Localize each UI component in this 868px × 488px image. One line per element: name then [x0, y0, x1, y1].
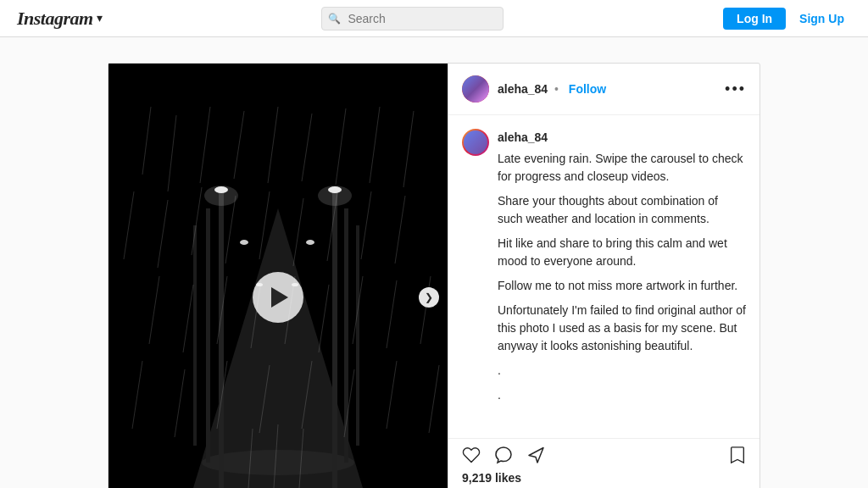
header-nav: Log In Sign Up: [723, 8, 851, 30]
main-content: ❯ aleha_84 • Follow: [38, 37, 831, 488]
caption-row: aleha_84 Late evening rain. Swipe the ca…: [462, 129, 746, 411]
action-icons-row: [462, 446, 746, 464]
svg-point-12: [318, 186, 352, 206]
caption-dot-1: .: [498, 362, 746, 380]
bookmark-button[interactable]: [729, 446, 746, 464]
svg-point-13: [240, 240, 248, 245]
username-link[interactable]: aleha_84: [498, 82, 548, 96]
header: Instagram ▾ 🔍 Log In Sign Up: [0, 0, 868, 37]
separator: •: [554, 82, 559, 96]
search-container: 🔍: [321, 7, 504, 30]
search-icon: 🔍: [328, 13, 341, 25]
caption-para-5: Unfortunately I'm failed to find origina…: [498, 302, 746, 355]
svg-point-11: [204, 186, 238, 206]
comment-button[interactable]: [494, 446, 513, 464]
like-button[interactable]: [462, 446, 481, 464]
caption-username[interactable]: aleha_84: [498, 130, 548, 144]
svg-rect-3: [219, 191, 224, 488]
play-icon: [271, 287, 288, 308]
follow-button[interactable]: Follow: [569, 82, 606, 96]
caption-para-2: Share your thoughts about combination of…: [498, 192, 746, 228]
svg-rect-4: [206, 208, 210, 463]
svg-rect-6: [332, 191, 337, 488]
caption-para-3: Hit like and share to bring this calm an…: [498, 235, 746, 270]
login-button[interactable]: Log In: [723, 8, 786, 30]
post-comments: aleha_84 Late evening rain. Swipe the ca…: [448, 115, 760, 438]
post-user: aleha_84 • Follow: [462, 75, 606, 103]
avatar-image: [462, 75, 489, 103]
heart-icon: [462, 446, 481, 464]
comment-icon: [494, 446, 513, 464]
caption-text: aleha_84 Late evening rain. Swipe the ca…: [498, 129, 746, 411]
play-button[interactable]: [253, 272, 303, 323]
caption-para-1: Late evening rain. Swipe the carousel to…: [498, 150, 746, 186]
chevron-right-icon: ❯: [425, 291, 433, 303]
logo-arrow: ▾: [97, 11, 103, 25]
caption-avatar: [462, 129, 489, 156]
svg-point-14: [306, 240, 314, 245]
logo[interactable]: Instagram ▾: [17, 8, 103, 30]
avatar[interactable]: [462, 75, 489, 103]
share-button[interactable]: [526, 446, 545, 464]
post-header: aleha_84 • Follow •••: [448, 64, 760, 115]
logo-text: Instagram: [17, 8, 93, 30]
caption-para-4: Follow me to not miss more artwork in fu…: [498, 277, 746, 295]
svg-point-2: [202, 450, 354, 475]
more-options-button[interactable]: •••: [725, 81, 746, 97]
caption-avatar-image: [464, 130, 487, 154]
post-image-section: ❯: [108, 64, 448, 488]
svg-rect-5: [193, 225, 197, 446]
search-input[interactable]: [321, 7, 504, 30]
caption-dot-2: .: [498, 386, 746, 404]
signup-button[interactable]: Sign Up: [793, 8, 851, 30]
post-info-section: aleha_84 • Follow ••• aleha_84 L: [448, 64, 760, 488]
post-card: ❯ aleha_84 • Follow: [108, 63, 760, 488]
carousel-next-button[interactable]: ❯: [419, 287, 439, 308]
share-icon: [526, 446, 545, 464]
likes-count: 9,219 likes: [462, 471, 746, 485]
bookmark-icon: [729, 446, 746, 464]
post-user-info: aleha_84 • Follow: [498, 82, 606, 96]
caption-body: Late evening rain. Swipe the carousel to…: [498, 150, 746, 404]
post-actions: 9,219 likes August 11 Log in to like or …: [448, 438, 760, 488]
svg-rect-8: [356, 225, 359, 446]
